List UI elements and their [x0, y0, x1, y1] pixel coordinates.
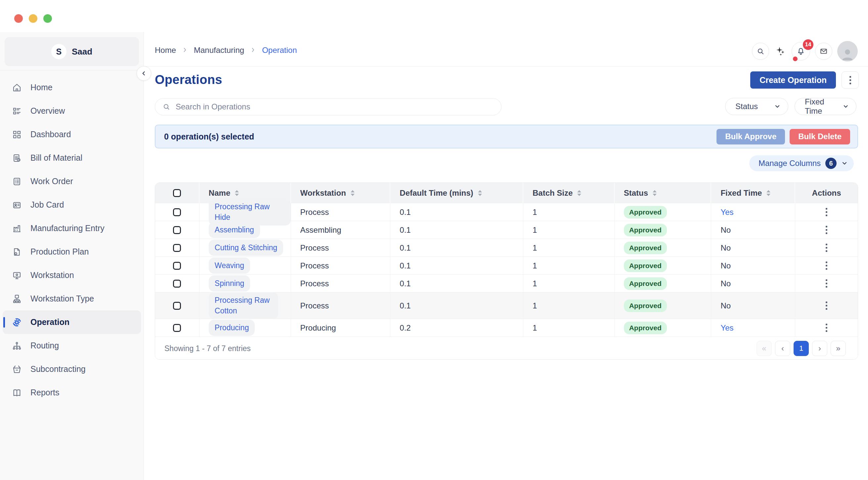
close-window-button[interactable]	[14, 14, 23, 23]
bulk-actions-bar: 0 operation(s) selected Bulk Approve Bul…	[155, 125, 858, 149]
bulk-approve-button[interactable]: Bulk Approve	[716, 129, 785, 145]
sidebar-item-home[interactable]: Home	[3, 76, 141, 99]
column-header-workstation[interactable]: Workstation	[291, 183, 391, 203]
sidebar-item-manufacturing-entry[interactable]: Manufacturing Entry	[3, 217, 141, 240]
operation-name-link[interactable]: Assembling	[209, 222, 260, 238]
sidebar-item-workstation-type[interactable]: Workstation Type	[3, 287, 141, 311]
search-input[interactable]	[176, 98, 501, 115]
user-card[interactable]: S Saad	[5, 37, 139, 66]
table-row: Cutting & Stitching Process 0.1 1 Approv…	[155, 239, 858, 257]
bulk-delete-button[interactable]: Bulk Delete	[789, 129, 850, 145]
sidebar-item-label: Bill of Material	[30, 153, 82, 163]
sort-icon[interactable]	[577, 190, 581, 196]
workstation-cell: Process	[291, 293, 391, 319]
breadcrumb-home[interactable]: Home	[155, 45, 176, 55]
dashboard-icon	[12, 130, 22, 139]
status-badge: Approved	[624, 277, 667, 290]
pagination-prev-button[interactable]: ‹	[775, 341, 790, 356]
workstation-icon	[12, 270, 22, 280]
sidebar-item-subcontracting[interactable]: Subcontracting	[3, 357, 141, 381]
operation-name-link[interactable]: Producing	[209, 320, 255, 336]
create-operation-button[interactable]: Create Operation	[750, 71, 836, 89]
fixed-time-cell: No	[711, 239, 795, 257]
status-badge: Approved	[624, 322, 667, 334]
notifications-wrapper: 14	[792, 42, 810, 61]
row-actions-button[interactable]	[824, 277, 829, 290]
sort-icon[interactable]	[653, 190, 657, 196]
pagination-next-button[interactable]: ›	[812, 341, 827, 356]
sidebar-item-reports[interactable]: Reports	[3, 381, 141, 404]
row-checkbox[interactable]	[173, 280, 181, 288]
fixed-time-filter-dropdown[interactable]: Fixed Time	[795, 98, 857, 115]
row-checkbox[interactable]	[173, 324, 181, 332]
operation-name-link[interactable]: Processing Raw Cotton	[209, 292, 278, 319]
minimize-window-button[interactable]	[29, 14, 37, 23]
sort-icon[interactable]	[478, 190, 482, 196]
row-actions-button[interactable]	[824, 242, 829, 254]
manage-columns-dropdown[interactable]: Manage Columns 6	[749, 155, 854, 171]
row-checkbox[interactable]	[173, 262, 181, 270]
fixed-time-cell: No	[711, 293, 795, 319]
sort-icon[interactable]	[767, 190, 770, 196]
sidebar-item-overview[interactable]: Overview	[3, 99, 141, 123]
column-header-status[interactable]: Status	[615, 183, 712, 203]
sidebar-item-work-order[interactable]: Work Order	[3, 169, 141, 193]
operation-name-link[interactable]: Spinning	[209, 276, 250, 292]
sidebar-item-label: Job Card	[30, 200, 64, 210]
column-header-fixed-time[interactable]: Fixed Time	[711, 183, 795, 203]
row-checkbox[interactable]	[173, 226, 181, 234]
zoom-window-button[interactable]	[43, 14, 52, 23]
table-row: Producing Producing 0.2 1 Approved Yes	[155, 319, 858, 337]
row-actions-button[interactable]	[824, 224, 829, 236]
row-checkbox[interactable]	[173, 208, 181, 216]
sidebar-item-production-plan[interactable]: Production Plan	[3, 240, 141, 263]
ai-assistant-button[interactable]	[774, 44, 786, 59]
sidebar-item-label: Work Order	[30, 177, 73, 186]
default-time-cell: 0.1	[390, 257, 523, 275]
chevron-right-icon	[250, 45, 256, 55]
column-header-batch-size[interactable]: Batch Size	[523, 183, 615, 203]
sidebar-collapse-button[interactable]	[136, 66, 151, 81]
search-button[interactable]	[752, 43, 769, 60]
row-actions-button[interactable]	[824, 299, 829, 312]
page-title: Operations	[155, 73, 222, 87]
profile-avatar[interactable]	[837, 41, 858, 62]
column-header-default-time[interactable]: Default Time (mins)	[390, 183, 523, 203]
status-filter-dropdown[interactable]: Status	[725, 98, 788, 115]
sidebar-item-job-card[interactable]: Job Card	[3, 193, 141, 217]
operation-name-link[interactable]: Cutting & Stitching	[209, 240, 283, 256]
sidebar-item-routing[interactable]: Routing	[3, 334, 141, 357]
sidebar-item-bill-of-material[interactable]: Bill of Material	[3, 146, 141, 169]
table-row: Assembling Assembling 0.1 1 Approved No	[155, 221, 858, 239]
page-more-button[interactable]	[841, 71, 859, 89]
subcontracting-icon	[12, 364, 22, 374]
breadcrumb-manufacturing[interactable]: Manufacturing	[194, 45, 244, 55]
sort-icon[interactable]	[235, 190, 239, 196]
app-window: S Saad Home Overview Dashboard Bill of M…	[0, 0, 868, 480]
sidebar-item-workstation[interactable]: Workstation	[3, 263, 141, 287]
status-badge: Approved	[624, 206, 667, 219]
select-all-checkbox[interactable]	[173, 189, 181, 197]
row-actions-button[interactable]	[824, 259, 829, 272]
kebab-icon	[847, 74, 853, 86]
pagination-page-1-button[interactable]: 1	[794, 341, 809, 356]
pagination-last-button[interactable]: »	[831, 341, 846, 356]
batch-size-cell: 1	[523, 275, 615, 292]
job-card-icon	[12, 200, 22, 210]
sort-icon[interactable]	[351, 190, 354, 196]
default-time-cell: 0.1	[390, 203, 523, 221]
sidebar-item-label: Routing	[30, 341, 59, 350]
messages-button[interactable]	[815, 43, 832, 60]
pagination-first-button[interactable]: «	[756, 341, 772, 356]
operation-name-link[interactable]: Weaving	[209, 258, 250, 274]
row-checkbox[interactable]	[173, 302, 181, 310]
row-checkbox[interactable]	[173, 244, 181, 252]
row-actions-button[interactable]	[824, 322, 829, 334]
user-initial: S	[56, 47, 62, 57]
sidebar-item-operation[interactable]: Operation	[3, 311, 141, 334]
sidebar-item-dashboard[interactable]: Dashboard	[3, 123, 141, 146]
row-actions-button[interactable]	[824, 206, 829, 218]
bulk-selected-text: 0 operation(s) selected	[164, 132, 254, 141]
manufacturing-entry-icon	[12, 223, 22, 233]
sidebar-item-label: Workstation Type	[30, 294, 94, 303]
